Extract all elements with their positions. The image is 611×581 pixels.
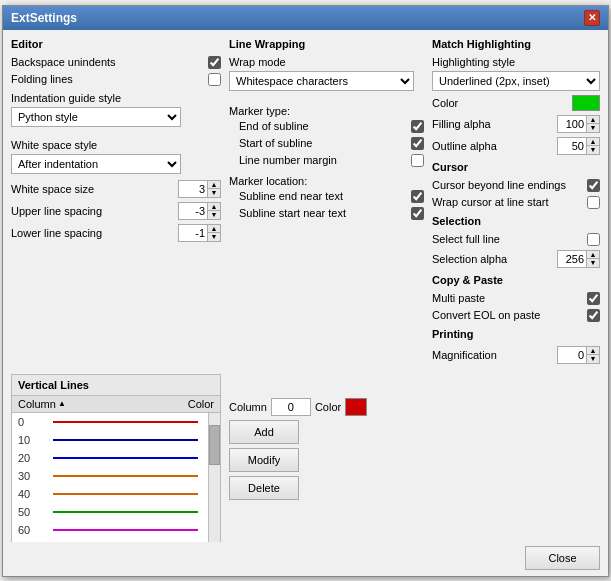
selection-alpha-up[interactable]: ▲ (587, 251, 599, 259)
subline-end-near-text-row: Subline end near text (229, 190, 424, 203)
footer: Close (3, 542, 608, 576)
vl-color-swatch[interactable] (345, 398, 367, 416)
lower-line-spacing-down[interactable]: ▼ (208, 233, 220, 241)
vl-list-item[interactable]: 50 (12, 503, 208, 521)
line-number-margin-label: Line number margin (239, 154, 407, 166)
selection-alpha-spinner[interactable]: 256 ▲ ▼ (557, 250, 600, 268)
backspace-unindents-checkbox[interactable] (208, 56, 221, 69)
cursor-title: Cursor (432, 161, 600, 173)
close-dialog-button[interactable]: Close (525, 546, 600, 570)
lower-line-spacing-arrows: ▲ ▼ (207, 225, 220, 241)
vl-list-content: 010203040506070 (12, 413, 220, 542)
line-wrapping-section: Line Wrapping Wrap mode Whitespace chara… (229, 38, 424, 368)
selection-alpha-input[interactable]: 256 (558, 251, 586, 267)
end-of-subline-checkbox[interactable] (411, 120, 424, 133)
select-full-line-checkbox[interactable] (587, 233, 600, 246)
magnification-row: Magnification 0 ▲ ▼ (432, 346, 600, 364)
white-space-size-up[interactable]: ▲ (208, 181, 220, 189)
magnification-up[interactable]: ▲ (587, 347, 599, 355)
indentation-guide-label: Indentation guide style (11, 92, 221, 104)
upper-line-spacing-label: Upper line spacing (11, 205, 174, 217)
end-of-subline-label: End of subline (239, 120, 407, 132)
filling-alpha-up[interactable]: ▲ (587, 116, 599, 124)
delete-button[interactable]: Delete (229, 476, 299, 500)
right-column: Match Highlighting Highlighting style Un… (432, 38, 600, 368)
subline-start-near-text-checkbox[interactable] (411, 207, 424, 220)
magnification-arrows: ▲ ▼ (586, 347, 599, 363)
scroll-thumb[interactable] (209, 425, 220, 465)
vl-row-num: 10 (18, 434, 53, 446)
filling-alpha-spinner[interactable]: 100 ▲ ▼ (557, 115, 600, 133)
lower-line-spacing-up[interactable]: ▲ (208, 225, 220, 233)
vl-list-item[interactable]: 40 (12, 485, 208, 503)
upper-line-spacing-arrows: ▲ ▼ (207, 203, 220, 219)
magnification-down[interactable]: ▼ (587, 355, 599, 363)
vl-controls: Column Color Add Modify Delete (229, 374, 367, 542)
white-space-size-spinner[interactable]: 3 ▲ ▼ (178, 180, 221, 198)
start-of-subline-row: Start of subline (229, 137, 424, 150)
vl-row-color-bar (53, 421, 198, 423)
selection-alpha-down[interactable]: ▼ (587, 259, 599, 267)
window-title: ExtSettings (11, 11, 77, 25)
sort-icon: ▲ (58, 399, 66, 408)
folding-lines-checkbox[interactable] (208, 73, 221, 86)
wrap-cursor-row: Wrap cursor at line start (432, 196, 600, 209)
scrollbar[interactable] (208, 413, 220, 542)
vl-list-item[interactable]: 20 (12, 449, 208, 467)
selection-title: Selection (432, 215, 600, 227)
white-space-size-down[interactable]: ▼ (208, 189, 220, 197)
lower-line-spacing-input[interactable]: -1 (179, 225, 207, 241)
add-button[interactable]: Add (229, 420, 299, 444)
white-space-style-label: White space style (11, 139, 221, 151)
window-close-button[interactable]: ✕ (584, 10, 600, 26)
vl-list-item[interactable]: 30 (12, 467, 208, 485)
filling-alpha-arrows: ▲ ▼ (586, 116, 599, 132)
editor-section: Editor Backspace unindents Folding lines… (11, 38, 221, 368)
magnification-spinner[interactable]: 0 ▲ ▼ (557, 346, 600, 364)
line-number-margin-checkbox[interactable] (411, 154, 424, 167)
selection-alpha-row: Selection alpha 256 ▲ ▼ (432, 250, 600, 268)
subline-end-near-text-checkbox[interactable] (411, 190, 424, 203)
outline-alpha-spinner[interactable]: 50 ▲ ▼ (557, 137, 600, 155)
vl-list-item[interactable]: 0 (12, 413, 208, 431)
outline-alpha-row: Outline alpha 50 ▲ ▼ (432, 137, 600, 155)
convert-eol-checkbox[interactable] (587, 309, 600, 322)
white-space-size-input[interactable]: 3 (179, 181, 207, 197)
outline-alpha-arrows: ▲ ▼ (586, 138, 599, 154)
vl-list-item[interactable]: 60 (12, 521, 208, 539)
indentation-guide-select[interactable]: Python style (11, 107, 181, 127)
upper-line-spacing-spinner[interactable]: -3 ▲ ▼ (178, 202, 221, 220)
vl-list[interactable]: 010203040506070 (12, 413, 208, 542)
wrap-mode-select[interactable]: Whitespace characters (229, 71, 414, 91)
vl-table-header: Column ▲ Color (12, 396, 220, 413)
magnification-input[interactable]: 0 (558, 347, 586, 363)
selection-alpha-label: Selection alpha (432, 253, 553, 265)
column-input-label: Column (229, 401, 267, 413)
multi-paste-checkbox[interactable] (587, 292, 600, 305)
convert-eol-row: Convert EOL on paste (432, 309, 600, 322)
outline-alpha-down[interactable]: ▼ (587, 146, 599, 154)
upper-line-spacing-down[interactable]: ▼ (208, 211, 220, 219)
filling-alpha-down[interactable]: ▼ (587, 124, 599, 132)
match-color-swatch[interactable] (572, 95, 600, 111)
outline-alpha-up[interactable]: ▲ (587, 138, 599, 146)
lower-line-spacing-spinner[interactable]: -1 ▲ ▼ (178, 224, 221, 242)
upper-line-spacing-input[interactable]: -3 (179, 203, 207, 219)
column-input[interactable] (271, 398, 311, 416)
wrap-cursor-checkbox[interactable] (587, 196, 600, 209)
vl-list-item[interactable]: 10 (12, 431, 208, 449)
white-space-size-row: White space size 3 ▲ ▼ (11, 180, 221, 198)
subline-end-near-text-label: Subline end near text (239, 190, 407, 202)
main-window: ExtSettings ✕ Editor Backspace unindents… (2, 5, 609, 577)
start-of-subline-checkbox[interactable] (411, 137, 424, 150)
modify-button[interactable]: Modify (229, 448, 299, 472)
white-space-style-select[interactable]: After indentation (11, 154, 181, 174)
vl-row-num: 0 (18, 416, 53, 428)
highlighting-style-select[interactable]: Underlined (2px, inset) (432, 71, 600, 91)
wrap-cursor-label: Wrap cursor at line start (432, 196, 583, 208)
filling-alpha-input[interactable]: 100 (558, 116, 586, 132)
beyond-line-endings-checkbox[interactable] (587, 179, 600, 192)
upper-line-spacing-up[interactable]: ▲ (208, 203, 220, 211)
outline-alpha-input[interactable]: 50 (558, 138, 586, 154)
bottom-row: Vertical Lines Column ▲ Color 0102030405… (11, 374, 600, 542)
